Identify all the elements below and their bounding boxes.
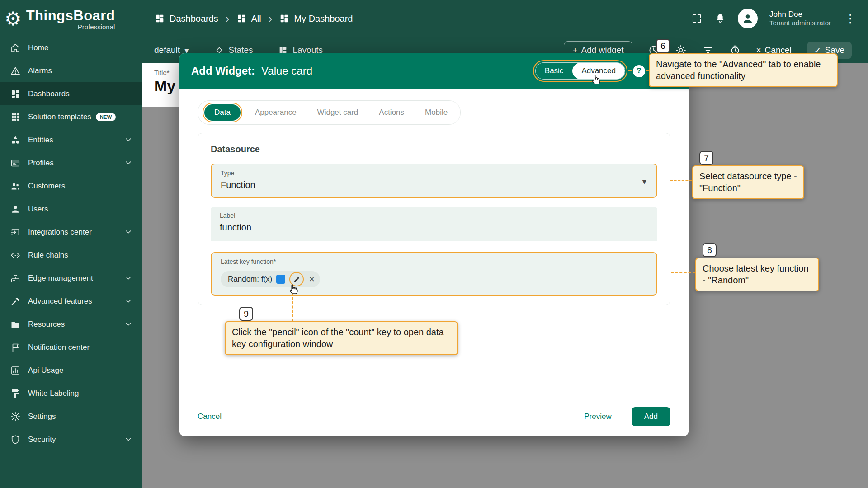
sidebar-item-label: Solution templates bbox=[28, 113, 91, 122]
tab-widget-card[interactable]: Widget card bbox=[309, 104, 367, 121]
sidebar-item-label: Users bbox=[28, 205, 48, 214]
kebab-menu-icon[interactable]: ⋮ bbox=[843, 12, 858, 26]
sidebar-item-label: Entities bbox=[28, 136, 53, 145]
tab-actions[interactable]: Actions bbox=[371, 104, 412, 121]
app-edition: Professional bbox=[78, 23, 115, 31]
logo-gear-icon: ⚙ bbox=[5, 9, 22, 28]
dashboard-icon bbox=[279, 14, 289, 23]
tutorial-callout-9: 9 Click the "pencil" icon of the "count"… bbox=[225, 321, 458, 355]
sidebar-item-users[interactable]: Users bbox=[0, 197, 142, 221]
toggle-basic[interactable]: Basic bbox=[536, 63, 573, 79]
notifications-bell-icon[interactable] bbox=[714, 13, 726, 24]
connector-line bbox=[628, 70, 632, 71]
help-icon[interactable]: ? bbox=[633, 65, 645, 77]
sidebar-item-integrations-center[interactable]: Integrations center bbox=[0, 221, 142, 244]
tutorial-highlight-toggle: Basic Advanced bbox=[533, 60, 627, 82]
breadcrumb-all[interactable]: All bbox=[251, 14, 261, 24]
type-label: Type bbox=[221, 169, 234, 177]
sidebar-item-alarms[interactable]: Alarms bbox=[0, 59, 142, 82]
step-number-badge: 9 bbox=[239, 307, 253, 321]
cursor-pointer-icon bbox=[288, 283, 300, 296]
sidebar-item-solution-templates[interactable]: Solution templates NEW bbox=[0, 105, 142, 128]
chevron-down-icon bbox=[123, 273, 134, 284]
sidebar-item-security[interactable]: Security bbox=[0, 428, 142, 451]
sidebar-item-label: White Labeling bbox=[28, 389, 79, 398]
sidebar-item-advanced-features[interactable]: Advanced features bbox=[0, 290, 142, 313]
tab-mobile[interactable]: Mobile bbox=[417, 104, 456, 121]
sidebar-item-dashboards[interactable]: Dashboards bbox=[0, 82, 142, 105]
sidebar-item-label: Api Usage bbox=[28, 366, 63, 375]
chevron-down-icon bbox=[123, 434, 134, 445]
remove-key-button[interactable]: × bbox=[308, 274, 316, 284]
pencil-icon bbox=[293, 276, 301, 283]
cursor-pointer-icon bbox=[590, 73, 603, 86]
sidebar-item-rule-chains[interactable]: Rule chains bbox=[0, 244, 142, 267]
profiles-icon bbox=[10, 158, 21, 169]
sidebar-item-label: Alarms bbox=[28, 66, 52, 75]
sidebar-item-label: Advanced features bbox=[28, 297, 92, 306]
dialog-cancel-button[interactable]: Cancel bbox=[198, 412, 222, 421]
top-header: Dashboards › All › My Dashboard John Doe… bbox=[142, 0, 868, 37]
rule-chain-icon bbox=[10, 250, 21, 261]
user-role: Tenant administrator bbox=[769, 19, 831, 28]
entities-icon bbox=[10, 135, 21, 145]
breadcrumb-my-dashboard[interactable]: My Dashboard bbox=[294, 14, 353, 24]
tutorial-callout-6: 6 Navigate to the "Advanced" tab to enab… bbox=[649, 53, 838, 87]
sidebar-item-profiles[interactable]: Profiles bbox=[0, 151, 142, 174]
tutorial-callout-8: 8 Choose latest key function - "Random" bbox=[695, 258, 819, 291]
thingsboard-app: ⚙ ThingsBoard Professional Home Alarms D… bbox=[0, 0, 868, 488]
breadcrumb: Dashboards › All › My Dashboard bbox=[155, 12, 353, 26]
input-icon bbox=[10, 227, 21, 238]
tutorial-highlight-tab: Data bbox=[203, 103, 242, 122]
breadcrumb-dashboards[interactable]: Dashboards bbox=[170, 14, 218, 24]
sidebar-item-edge-management[interactable]: Edge management bbox=[0, 267, 142, 290]
chevron-down-icon bbox=[123, 135, 134, 145]
layout-select-value: default bbox=[154, 45, 180, 55]
label-field-value: function bbox=[220, 222, 251, 233]
type-select[interactable]: Type Function ▾ bbox=[211, 164, 657, 198]
tab-data[interactable]: Data bbox=[204, 104, 241, 121]
sidebar-item-resources[interactable]: Resources bbox=[0, 313, 142, 336]
sidebar-item-label: Notification center bbox=[28, 343, 90, 352]
paint-icon bbox=[10, 388, 21, 399]
sidebar-item-home[interactable]: Home bbox=[0, 36, 142, 59]
app-name: ThingsBoard bbox=[26, 8, 115, 24]
sidebar-item-entities[interactable]: Entities bbox=[0, 128, 142, 151]
sidebar-item-api-usage[interactable]: Api Usage bbox=[0, 359, 142, 382]
connector-line bbox=[292, 293, 293, 321]
label-field-label: Label bbox=[220, 212, 235, 219]
chevron-down-icon bbox=[123, 296, 134, 307]
dialog-footer: Cancel Preview Add bbox=[198, 407, 670, 426]
sidebar-item-customers[interactable]: Customers bbox=[0, 174, 142, 197]
key-color-swatch[interactable] bbox=[276, 275, 285, 284]
people-icon bbox=[10, 181, 21, 192]
dropdown-arrow-icon[interactable]: ▾ bbox=[642, 176, 646, 187]
breadcrumb-separator: › bbox=[226, 12, 230, 26]
connector-line bbox=[671, 272, 695, 273]
datasource-card: Datasource Type Function ▾ Label functio… bbox=[198, 133, 670, 305]
data-key-chip[interactable]: Random: f(x) × bbox=[221, 271, 320, 287]
avatar[interactable] bbox=[738, 9, 758, 28]
logo[interactable]: ⚙ ThingsBoard Professional bbox=[0, 0, 142, 36]
tab-appearance[interactable]: Appearance bbox=[247, 104, 305, 121]
add-button[interactable]: Add bbox=[632, 407, 670, 426]
sidebar-item-notification-center[interactable]: Notification center bbox=[0, 336, 142, 359]
label-input[interactable]: Label function bbox=[211, 207, 657, 241]
add-widget-dialog: Add Widget: Value card Basic Advanced ? … bbox=[179, 53, 689, 436]
breadcrumb-separator: › bbox=[269, 12, 273, 26]
fullscreen-icon[interactable] bbox=[691, 13, 703, 24]
chevron-down-icon bbox=[123, 227, 134, 238]
home-icon bbox=[10, 42, 21, 53]
sidebar-item-settings[interactable]: Settings bbox=[0, 405, 142, 428]
sidebar-item-label: Home bbox=[28, 43, 48, 52]
router-icon bbox=[10, 273, 21, 284]
basic-advanced-toggle: Basic Advanced bbox=[535, 62, 625, 80]
sidebar-item-label: Resources bbox=[28, 320, 65, 329]
gear-icon bbox=[10, 411, 21, 422]
latest-key-function-field[interactable]: Latest key function* Random: f(x) × bbox=[211, 252, 657, 296]
connector-line bbox=[670, 180, 692, 181]
preview-button[interactable]: Preview bbox=[584, 412, 611, 421]
dialog-tabs: Data Appearance Widget card Actions Mobi… bbox=[198, 100, 461, 125]
dashboards-icon bbox=[10, 89, 21, 99]
sidebar-item-white-labeling[interactable]: White Labeling bbox=[0, 382, 142, 405]
